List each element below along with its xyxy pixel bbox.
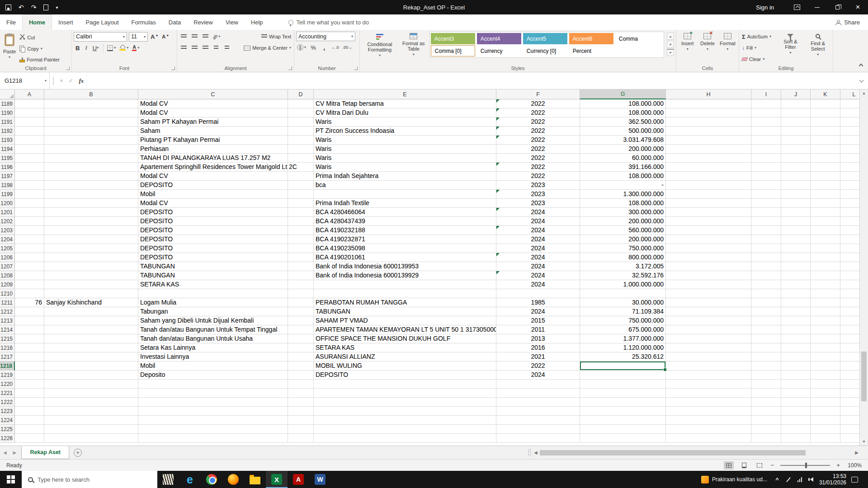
cell-K1209[interactable] (811, 280, 840, 289)
cell-I1201[interactable] (751, 208, 781, 217)
cell-E1190[interactable]: CV Mitra Dari Dulu (314, 108, 496, 117)
name-box[interactable]: G1218 ▾ (0, 72, 50, 89)
cell-C1196[interactable]: Apartement Springhill Residences Tower M… (138, 163, 288, 172)
cell-D1206[interactable] (288, 253, 314, 262)
cell-E1198[interactable]: bca (314, 181, 496, 190)
cell-K1193[interactable] (811, 136, 840, 145)
cell-B1217[interactable] (44, 352, 138, 361)
cell-E1189[interactable]: CV Mitra Tetap bersama (314, 99, 496, 108)
cell-G1203[interactable]: 560.000.000 (580, 226, 666, 235)
cell-J1204[interactable] (781, 235, 811, 244)
cell-G1194[interactable]: 200.000.000 (580, 145, 666, 154)
cell-F1208[interactable]: 2024 (496, 271, 580, 280)
italic-button[interactable]: I (83, 44, 89, 52)
cell-B1220[interactable] (44, 380, 138, 389)
cell-C1218[interactable]: Mobil (138, 361, 288, 371)
gallery-down-icon[interactable]: ▼ (667, 41, 674, 48)
cell-F1197[interactable]: 2022 (496, 172, 580, 181)
cell-H1217[interactable] (666, 352, 751, 361)
row-header-1218[interactable]: 1218 (0, 361, 15, 371)
cell-F1207[interactable]: 2024 (496, 262, 580, 271)
ribbon-tab-file[interactable]: File (0, 14, 22, 30)
cell-B1192[interactable] (44, 127, 138, 136)
cell-B1216[interactable] (44, 343, 138, 352)
ribbon-tab-page-layout[interactable]: Page Layout (80, 14, 125, 30)
cell-C1212[interactable]: Tabungan (138, 307, 288, 316)
scroll-right-icon[interactable]: ▶ (853, 450, 861, 455)
cell-J1210[interactable] (781, 289, 811, 298)
cell-B1189[interactable] (44, 99, 138, 108)
cell-G1198[interactable]: - (580, 181, 666, 190)
cell-H1204[interactable] (666, 235, 751, 244)
cell-B1215[interactable] (44, 334, 138, 343)
cell-F1224[interactable] (496, 416, 580, 425)
cell-K1210[interactable] (811, 289, 840, 298)
cell-G1197[interactable]: 108.000.000 (580, 172, 666, 181)
cell-H1199[interactable] (666, 190, 751, 199)
cell-F1189[interactable]: 2022 (496, 99, 580, 108)
cell-K1217[interactable] (811, 352, 840, 361)
cell-C1198[interactable]: DEPOSITO (138, 181, 288, 190)
cell-D1226[interactable] (288, 434, 314, 443)
format-cells-button[interactable]: Format ▾ (718, 32, 737, 65)
format-as-table-button[interactable]: Format as Table ▾ (399, 32, 428, 65)
row-header-1215[interactable]: 1215 (0, 334, 15, 343)
cell-H1219[interactable] (666, 371, 751, 380)
cell-B1224[interactable] (44, 416, 138, 425)
cell-B1190[interactable] (44, 108, 138, 117)
taskbar-search[interactable]: Type here to search (22, 471, 157, 488)
style-comma[interactable]: Comma (615, 33, 660, 44)
cell-E1226[interactable] (314, 434, 496, 443)
row-header-1193[interactable]: 1193 (0, 136, 15, 145)
share-button[interactable]: Share (827, 14, 868, 30)
cancel-icon[interactable]: × (57, 72, 66, 89)
cell-D1195[interactable] (288, 154, 314, 163)
cell-F1191[interactable]: 2022 (496, 117, 580, 127)
cell-J1206[interactable] (781, 253, 811, 262)
cell-F1215[interactable]: 2013 (496, 334, 580, 343)
cell-K1211[interactable] (811, 298, 840, 307)
taskbar-app-photo[interactable] (157, 471, 179, 488)
fill-button[interactable]: ↓ Fill ▾ (741, 43, 776, 53)
scroll-down-icon[interactable]: ▼ (860, 438, 868, 446)
cell-F1196[interactable]: 2022 (496, 163, 580, 172)
taskbar-app-word[interactable]: W (309, 471, 331, 488)
font-dialog-launcher[interactable] (171, 66, 175, 70)
cell-C1215[interactable]: Tanah dan/atau Bangunan Untuk Usaha (138, 334, 288, 343)
cell-E1210[interactable] (314, 289, 496, 298)
cell-J1215[interactable] (781, 334, 811, 343)
cell-C1208[interactable]: TABUNGAN (138, 271, 288, 280)
scroll-left-icon[interactable]: ◀ (532, 450, 540, 455)
cell-H1192[interactable] (666, 127, 751, 136)
cell-J1203[interactable] (781, 226, 811, 235)
cell-C1193[interactable]: Piutang PT Kahayan Permai (138, 136, 288, 145)
cell-A1219[interactable] (15, 371, 44, 380)
cell-E1196[interactable]: Waris (314, 163, 496, 172)
cell-J1193[interactable] (781, 136, 811, 145)
cell-E1217[interactable]: ASURANSI ALLIANZ (314, 352, 496, 361)
cell-D1194[interactable] (288, 145, 314, 154)
row-header-1217[interactable]: 1217 (0, 352, 15, 361)
column-header-I[interactable]: I (751, 89, 781, 99)
cell-F1204[interactable]: 2024 (496, 235, 580, 244)
cell-B1210[interactable] (44, 289, 138, 298)
taskbar-app-acrobat[interactable]: A (288, 471, 309, 488)
cell-I1219[interactable] (751, 371, 781, 380)
cell-I1214[interactable] (751, 325, 781, 334)
cell-D1207[interactable] (288, 262, 314, 271)
decrease-decimal-button[interactable]: .00→ (342, 44, 354, 51)
cell-H1201[interactable] (666, 208, 751, 217)
cell-J1190[interactable] (781, 108, 811, 117)
cell-C1190[interactable]: Modal CV (138, 108, 288, 117)
cell-A1206[interactable] (15, 253, 44, 262)
cell-K1199[interactable] (811, 190, 840, 199)
cell-A1193[interactable] (15, 136, 44, 145)
cell-E1192[interactable]: PT Zircon Success Indoasia (314, 127, 496, 136)
cell-B1213[interactable] (44, 316, 138, 325)
cell-F1198[interactable]: 2023 (496, 181, 580, 190)
cell-B1211[interactable]: Sanjay Kishinchand (44, 298, 138, 307)
cell-H1208[interactable] (666, 271, 751, 280)
cell-H1210[interactable] (666, 289, 751, 298)
row-header-1208[interactable]: 1208 (0, 271, 15, 280)
cell-D1217[interactable] (288, 352, 314, 361)
